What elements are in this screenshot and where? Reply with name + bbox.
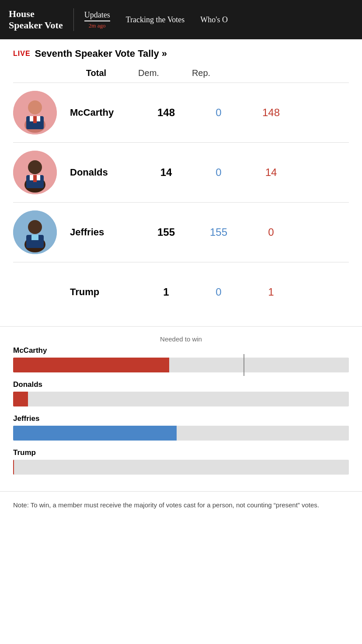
svg-rect-16 [31,235,38,240]
svg-point-1 [28,100,42,114]
title-line2: Speaker Vote [9,20,63,31]
note-text: Note: To win, a member must receive the … [13,500,349,510]
bar-fill-mccarthy [13,358,169,372]
svg-rect-5 [33,116,37,123]
bar-track-trump [13,460,349,475]
val-total-mccarthy: 148 [140,107,192,119]
val-rep-jeffries: 0 [245,226,297,238]
table-row: Jeffries 155 155 0 [13,202,349,262]
bar-label-donalds: Donalds [13,380,349,389]
candidate-name-jeffries: Jeffries [70,227,140,238]
bar-group-mccarthy: McCarthy [13,346,349,372]
svg-point-7 [28,160,42,174]
col-header-total: Total [70,68,122,78]
candidate-name-mccarthy: McCarthy [70,107,140,118]
table-header: Total Dem. Rep. [70,68,349,83]
val-dem-mccarthy: 0 [192,107,245,119]
vote-table: Total Dem. Rep. McCarthy 148 0 148 [0,64,362,322]
val-rep-trump: 1 [245,286,297,298]
note-section: Note: To win, a member must receive the … [0,491,362,519]
live-title: Seventh Speaker Vote Tally » [35,48,167,59]
bar-label-mccarthy: McCarthy [13,346,349,355]
val-total-trump: 1 [140,286,192,298]
page-header: House Speaker Vote Updates 2m ago Tracki… [0,0,362,39]
val-dem-jeffries: 155 [192,226,245,238]
bar-fill-trump [13,460,14,475]
bar-chart-section: Needed to win McCarthy Donalds Jeffries … [0,326,362,491]
svg-point-13 [28,220,42,234]
bar-label-trump: Trump [13,448,349,457]
val-total-jeffries: 155 [140,226,192,238]
nav-updates[interactable]: Updates 2m ago [84,10,110,29]
bar-track-jeffries [13,426,349,441]
val-rep-mccarthy: 148 [245,107,297,119]
avatar-donalds [13,151,57,194]
needed-to-win-line [244,354,244,376]
col-header-dem: Dem. [122,68,175,78]
bar-label-jeffries: Jeffries [13,414,349,423]
nav-tracking[interactable]: Tracking the Votes [126,15,185,24]
bar-group-donalds: Donalds [13,380,349,406]
bar-track-mccarthy [13,358,349,372]
site-title: House Speaker Vote [9,8,74,31]
avatar-jeffries [13,210,57,254]
col-header-rep: Rep. [175,68,227,78]
table-row: Donalds 14 0 14 [13,142,349,202]
val-rep-donalds: 14 [245,166,297,179]
table-row: Trump 1 0 1 [13,262,349,322]
avatar-mccarthy [13,91,57,134]
table-row: McCarthy 148 0 148 [13,83,349,142]
candidate-name-trump: Trump [70,286,140,298]
live-badge: LIVE [13,50,31,58]
header-nav: Updates 2m ago Tracking the Votes Who's … [84,10,228,29]
svg-rect-11 [33,175,37,182]
bar-group-trump: Trump [13,448,349,475]
bar-fill-donalds [13,392,28,406]
nav-whos[interactable]: Who's O [200,15,228,24]
val-dem-donalds: 0 [192,166,245,179]
avatar-trump [13,270,57,314]
bar-group-jeffries: Jeffries [13,414,349,441]
needed-label: Needed to win [13,335,349,343]
bar-track-donalds [13,392,349,406]
bar-fill-jeffries [13,426,177,441]
live-banner: LIVE Seventh Speaker Vote Tally » [0,39,362,64]
val-dem-trump: 0 [192,286,245,298]
val-total-donalds: 14 [140,166,192,179]
nav-updates-time: 2m ago [89,22,106,29]
title-line1: House [9,8,35,19]
candidate-name-donalds: Donalds [70,167,140,178]
nav-updates-label: Updates [84,10,110,21]
